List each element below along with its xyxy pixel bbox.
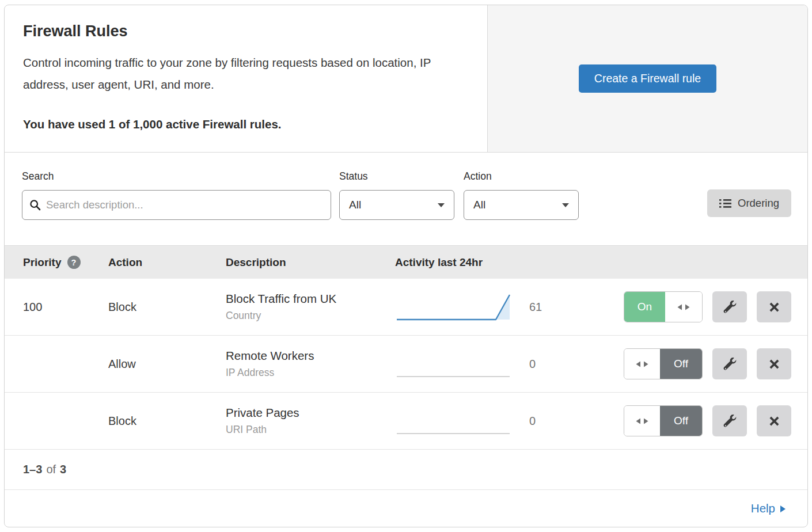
page-title: Firewall Rules	[23, 22, 464, 40]
rule-match-type: IP Address	[226, 367, 395, 379]
help-link[interactable]: Help	[751, 501, 786, 515]
toggle-off-label: Off	[660, 406, 702, 436]
rule-name: Block Traffic from UK	[226, 292, 395, 306]
pagination-total: 3	[60, 463, 66, 476]
activity-sparkline	[395, 291, 513, 323]
priority-help-icon[interactable]: ?	[67, 256, 81, 269]
action-selected-value: All	[473, 199, 562, 211]
usage-note: You have used 1 of 1,000 active Firewall…	[23, 117, 464, 131]
table-row: Allow Remote Workers IP Address 0 Off	[5, 336, 807, 393]
rule-name: Remote Workers	[226, 349, 395, 363]
search-icon	[29, 199, 41, 211]
help-bar: Help	[5, 490, 807, 526]
activity-count: 0	[529, 358, 550, 371]
toggle-handle	[665, 292, 702, 322]
page-header: Firewall Rules Control incoming traffic …	[5, 5, 807, 153]
wrench-icon	[723, 415, 737, 428]
column-header-description: Description	[226, 256, 395, 269]
description-cell: Block Traffic from UK Country	[226, 292, 395, 322]
chevron-down-icon	[562, 203, 569, 207]
priority-cell: 100	[23, 301, 108, 314]
x-icon	[769, 302, 780, 313]
x-icon	[769, 359, 780, 370]
activity-cell: 0 Off	[395, 405, 807, 437]
triangle-right-icon	[780, 506, 786, 512]
activity-cell: 0 Off	[395, 348, 807, 380]
rule-match-type: URI Path	[226, 424, 395, 436]
status-select[interactable]: All	[339, 190, 454, 220]
search-input[interactable]	[46, 199, 324, 211]
toggle-handle	[624, 349, 660, 379]
list-ordering-icon	[719, 199, 731, 208]
description-cell: Private Pages URI Path	[226, 406, 395, 436]
pagination-of-text: of	[46, 463, 56, 476]
status-selected-value: All	[349, 199, 438, 211]
wrench-icon	[723, 358, 737, 371]
ordering-button-label: Ordering	[738, 197, 779, 210]
activity-count: 0	[529, 415, 550, 428]
edit-rule-button[interactable]	[712, 291, 747, 322]
description-cell: Remote Workers IP Address	[226, 349, 395, 379]
activity-cell: 61 On	[395, 291, 807, 323]
status-group: Status All	[339, 170, 454, 220]
page-description: Control incoming traffic to your zone by…	[23, 52, 464, 96]
action-group: Action All	[464, 170, 579, 220]
pagination-range: 1–3	[23, 463, 42, 476]
drag-handle-icon	[635, 417, 649, 425]
edit-rule-button[interactable]	[712, 405, 747, 436]
toggle-handle	[624, 406, 660, 436]
status-label: Status	[339, 170, 454, 183]
search-label: Search	[22, 170, 331, 183]
toggle-on-label: On	[624, 292, 665, 322]
priority-header-label: Priority	[23, 256, 62, 269]
help-link-label: Help	[751, 501, 775, 515]
activity-sparkline	[395, 348, 513, 380]
ordering-button[interactable]: Ordering	[707, 189, 791, 217]
wrench-icon	[723, 301, 737, 314]
delete-rule-button[interactable]	[757, 405, 791, 436]
edit-rule-button[interactable]	[712, 348, 747, 379]
column-header-activity: Activity last 24hr	[395, 256, 807, 269]
column-header-action: Action	[108, 256, 226, 269]
table-row: Block Private Pages URI Path 0 Off	[5, 393, 807, 450]
table-header-row: Priority ? Action Description Activity l…	[5, 245, 807, 279]
drag-handle-icon	[635, 360, 649, 368]
rule-name: Private Pages	[226, 406, 395, 420]
rule-enabled-toggle[interactable]: Off	[624, 405, 703, 436]
search-box	[22, 190, 331, 220]
column-header-priority: Priority ?	[23, 256, 108, 269]
action-cell: Block	[108, 415, 226, 428]
chevron-down-icon	[438, 203, 445, 207]
action-cell: Allow	[108, 358, 226, 371]
filters-bar: Search Status All Action All	[5, 153, 807, 245]
rule-enabled-toggle[interactable]: Off	[624, 348, 703, 379]
search-group: Search	[22, 170, 331, 220]
action-cell: Block	[108, 301, 226, 314]
table-row: 100 Block Block Traffic from UK Country …	[5, 279, 807, 336]
toggle-off-label: Off	[660, 349, 702, 379]
x-icon	[769, 416, 780, 427]
activity-count: 61	[529, 301, 550, 314]
pagination-bar: 1–3 of 3	[5, 450, 807, 490]
rule-enabled-toggle[interactable]: On	[624, 291, 703, 322]
action-select[interactable]: All	[464, 190, 579, 220]
firewall-rules-card: Firewall Rules Control incoming traffic …	[4, 5, 808, 527]
activity-sparkline	[395, 405, 513, 437]
delete-rule-button[interactable]	[757, 291, 791, 322]
action-label: Action	[464, 170, 579, 183]
create-firewall-rule-button[interactable]: Create a Firewall rule	[579, 64, 716, 93]
delete-rule-button[interactable]	[757, 348, 791, 379]
create-rule-panel: Create a Firewall rule	[487, 5, 807, 152]
drag-handle-icon	[677, 303, 690, 311]
rule-match-type: Country	[226, 310, 395, 322]
header-text-block: Firewall Rules Control incoming traffic …	[5, 5, 487, 152]
